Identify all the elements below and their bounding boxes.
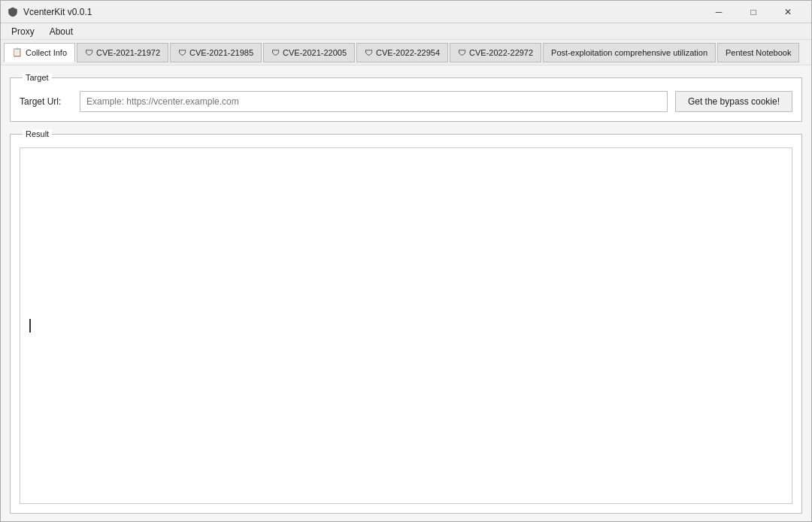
- tab-cve-2022-22972-label: CVE-2022-22972: [469, 48, 533, 57]
- tab-cve-2021-21972[interactable]: 🛡 CVE-2021-21972: [77, 43, 168, 62]
- menu-bar: Proxy About: [1, 23, 811, 40]
- minimize-button[interactable]: ─: [701, 1, 736, 23]
- cve-2022-22972-icon: 🛡: [458, 48, 466, 57]
- tab-cve-2021-21972-label: CVE-2021-21972: [96, 48, 160, 57]
- tab-cve-2021-22005[interactable]: 🛡 CVE-2021-22005: [263, 43, 355, 62]
- result-legend: Result: [23, 129, 52, 138]
- toolbar: 📋 Collect Info 🛡 CVE-2021-21972 🛡 CVE-20…: [1, 40, 811, 65]
- cve-2021-21985-icon: 🛡: [178, 48, 186, 57]
- tab-post-exploitation[interactable]: Post-exploitation comprehensive utilizat…: [543, 43, 716, 62]
- tab-post-exploitation-label: Post-exploitation comprehensive utilizat…: [551, 48, 707, 57]
- target-section: Target Target Url: Get the bypass cookie…: [10, 73, 802, 122]
- text-cursor: [29, 319, 31, 332]
- collect-info-icon: 📋: [12, 47, 23, 57]
- window-controls: ─ □ ✕: [701, 1, 805, 23]
- tab-pentest-notebook-label: Pentest Notebook: [726, 48, 791, 57]
- window-title: VcenterKit v0.0.1: [23, 7, 701, 17]
- result-display: [20, 147, 792, 504]
- target-url-label: Target Url:: [20, 96, 72, 107]
- tab-cve-2022-22954[interactable]: 🛡 CVE-2022-22954: [356, 43, 448, 62]
- target-row: Target Url: Get the bypass cookie!: [20, 91, 792, 112]
- title-bar: VcenterKit v0.0.1 ─ □ ✕: [1, 1, 811, 23]
- result-section: Result: [10, 129, 802, 514]
- tab-cve-2022-22954-label: CVE-2022-22954: [376, 48, 440, 57]
- tab-cve-2021-22005-label: CVE-2021-22005: [283, 48, 347, 57]
- target-legend: Target: [23, 73, 52, 82]
- tab-cve-2022-22972[interactable]: 🛡 CVE-2022-22972: [450, 43, 541, 62]
- cve-2021-22005-icon: 🛡: [271, 48, 280, 57]
- cve-2022-22954-icon: 🛡: [365, 48, 373, 57]
- tab-collect-info[interactable]: 📋 Collect Info: [4, 43, 75, 62]
- tab-collect-info-label: Collect Info: [26, 48, 67, 57]
- main-window: VcenterKit v0.0.1 ─ □ ✕ Proxy About 📋 Co…: [0, 0, 812, 522]
- tab-cve-2021-21985[interactable]: 🛡 CVE-2021-21985: [170, 43, 262, 62]
- maximize-button[interactable]: □: [736, 1, 771, 23]
- tab-cve-2021-21985-label: CVE-2021-21985: [189, 48, 253, 57]
- bypass-cookie-button[interactable]: Get the bypass cookie!: [675, 91, 792, 112]
- app-icon: [7, 6, 19, 18]
- content-area: Target Target Url: Get the bypass cookie…: [1, 65, 811, 521]
- close-button[interactable]: ✕: [771, 1, 805, 23]
- menu-item-about[interactable]: About: [42, 25, 80, 38]
- target-url-input[interactable]: [80, 91, 668, 112]
- tab-pentest-notebook[interactable]: Pentest Notebook: [717, 43, 799, 62]
- menu-item-proxy[interactable]: Proxy: [4, 25, 42, 38]
- cve-2021-21972-icon: 🛡: [85, 48, 93, 57]
